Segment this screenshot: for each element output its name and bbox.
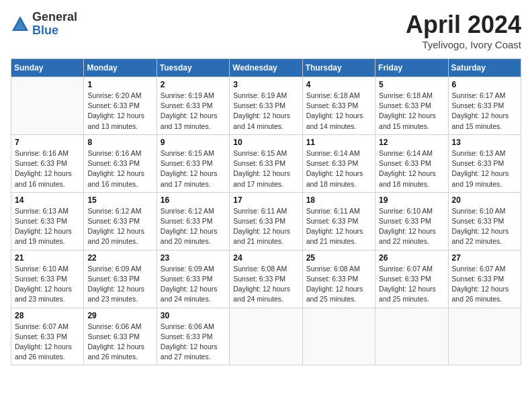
day-detail: Sunrise: 6:18 AMSunset: 6:33 PMDaylight:… (306, 91, 371, 132)
day-number: 28 (15, 311, 80, 320)
month-title: April 2024 (406, 11, 521, 39)
calendar-cell: 29Sunrise: 6:06 AMSunset: 6:33 PMDayligh… (84, 308, 157, 365)
header-thursday: Thursday (302, 59, 375, 77)
header-sunday: Sunday (11, 59, 84, 77)
header-friday: Friday (375, 59, 448, 77)
day-number: 15 (87, 195, 152, 205)
calendar-cell: 22Sunrise: 6:09 AMSunset: 6:33 PMDayligh… (84, 250, 157, 308)
calendar-header: SundayMondayTuesdayWednesdayThursdayFrid… (11, 59, 521, 77)
calendar-cell: 24Sunrise: 6:08 AMSunset: 6:33 PMDayligh… (230, 250, 302, 308)
calendar-cell (302, 308, 375, 365)
calendar-cell: 6Sunrise: 6:17 AMSunset: 6:33 PMDaylight… (448, 77, 521, 135)
day-number: 16 (161, 195, 226, 205)
day-detail: Sunrise: 6:19 AMSunset: 6:33 PMDaylight:… (233, 91, 298, 132)
day-detail: Sunrise: 6:12 AMSunset: 6:33 PMDaylight:… (161, 206, 226, 247)
day-detail: Sunrise: 6:06 AMSunset: 6:33 PMDaylight:… (161, 322, 226, 363)
location-text: Tyelivogo, Ivory Coast (406, 39, 521, 50)
calendar-cell: 3Sunrise: 6:19 AMSunset: 6:33 PMDaylight… (230, 77, 302, 135)
calendar-body: 1Sunrise: 6:20 AMSunset: 6:33 PMDaylight… (11, 77, 521, 365)
calendar-cell (230, 308, 302, 365)
day-number: 13 (452, 138, 517, 147)
day-detail: Sunrise: 6:08 AMSunset: 6:33 PMDaylight:… (233, 264, 298, 305)
day-detail: Sunrise: 6:09 AMSunset: 6:33 PMDaylight:… (87, 264, 152, 305)
calendar-cell: 9Sunrise: 6:15 AMSunset: 6:33 PMDaylight… (157, 134, 229, 192)
day-detail: Sunrise: 6:18 AMSunset: 6:33 PMDaylight:… (379, 91, 444, 132)
calendar-cell: 8Sunrise: 6:16 AMSunset: 6:33 PMDaylight… (84, 134, 157, 192)
day-detail: Sunrise: 6:14 AMSunset: 6:33 PMDaylight:… (306, 148, 371, 189)
day-detail: Sunrise: 6:14 AMSunset: 6:33 PMDaylight:… (379, 148, 444, 189)
calendar-cell: 5Sunrise: 6:18 AMSunset: 6:33 PMDaylight… (375, 77, 448, 135)
day-detail: Sunrise: 6:10 AMSunset: 6:33 PMDaylight:… (379, 206, 444, 247)
day-number: 1 (87, 80, 152, 89)
logo-icon (11, 15, 30, 34)
day-detail: Sunrise: 6:17 AMSunset: 6:33 PMDaylight:… (452, 91, 517, 132)
day-number: 2 (161, 80, 226, 89)
calendar-cell: 14Sunrise: 6:13 AMSunset: 6:33 PMDayligh… (11, 192, 84, 250)
header-saturday: Saturday (448, 59, 521, 77)
day-number: 6 (452, 80, 517, 89)
day-number: 21 (15, 253, 80, 263)
day-number: 14 (15, 195, 80, 205)
day-number: 25 (306, 253, 371, 263)
calendar-cell: 28Sunrise: 6:07 AMSunset: 6:33 PMDayligh… (11, 308, 84, 365)
title-block: April 2024 Tyelivogo, Ivory Coast (406, 11, 521, 50)
day-detail: Sunrise: 6:09 AMSunset: 6:33 PMDaylight:… (161, 264, 226, 305)
day-detail: Sunrise: 6:13 AMSunset: 6:33 PMDaylight:… (452, 148, 517, 189)
day-number: 4 (306, 80, 371, 89)
day-number: 8 (87, 138, 152, 147)
week-row-4: 28Sunrise: 6:07 AMSunset: 6:33 PMDayligh… (11, 308, 521, 365)
day-number: 18 (306, 195, 371, 205)
day-detail: Sunrise: 6:07 AMSunset: 6:33 PMDaylight:… (15, 322, 80, 363)
calendar-cell: 13Sunrise: 6:13 AMSunset: 6:33 PMDayligh… (448, 134, 521, 192)
day-number: 23 (161, 253, 226, 263)
day-number: 19 (379, 195, 444, 205)
calendar-cell: 25Sunrise: 6:08 AMSunset: 6:33 PMDayligh… (302, 250, 375, 308)
day-detail: Sunrise: 6:13 AMSunset: 6:33 PMDaylight:… (15, 206, 80, 247)
calendar-cell: 17Sunrise: 6:11 AMSunset: 6:33 PMDayligh… (230, 192, 302, 250)
calendar-cell: 7Sunrise: 6:16 AMSunset: 6:33 PMDaylight… (11, 134, 84, 192)
calendar-cell: 27Sunrise: 6:07 AMSunset: 6:33 PMDayligh… (448, 250, 521, 308)
logo-general-text: General (32, 11, 77, 24)
day-detail: Sunrise: 6:11 AMSunset: 6:33 PMDaylight:… (233, 206, 298, 247)
day-detail: Sunrise: 6:11 AMSunset: 6:33 PMDaylight:… (306, 206, 371, 247)
day-number: 30 (161, 311, 226, 320)
day-detail: Sunrise: 6:07 AMSunset: 6:33 PMDaylight:… (379, 264, 444, 305)
day-number: 12 (379, 138, 444, 147)
day-detail: Sunrise: 6:19 AMSunset: 6:33 PMDaylight:… (161, 91, 226, 132)
calendar-cell: 26Sunrise: 6:07 AMSunset: 6:33 PMDayligh… (375, 250, 448, 308)
day-number: 17 (233, 195, 298, 205)
calendar-cell: 10Sunrise: 6:15 AMSunset: 6:33 PMDayligh… (230, 134, 302, 192)
day-detail: Sunrise: 6:07 AMSunset: 6:33 PMDaylight:… (452, 264, 517, 305)
calendar-cell: 1Sunrise: 6:20 AMSunset: 6:33 PMDaylight… (84, 77, 157, 135)
logo-blue-text: Blue (32, 24, 77, 38)
day-number: 29 (87, 311, 152, 320)
day-detail: Sunrise: 6:08 AMSunset: 6:33 PMDaylight:… (306, 264, 371, 305)
calendar-cell: 18Sunrise: 6:11 AMSunset: 6:33 PMDayligh… (302, 192, 375, 250)
calendar-cell: 21Sunrise: 6:10 AMSunset: 6:33 PMDayligh… (11, 250, 84, 308)
day-number: 10 (233, 138, 298, 147)
week-row-0: 1Sunrise: 6:20 AMSunset: 6:33 PMDaylight… (11, 77, 521, 135)
day-detail: Sunrise: 6:15 AMSunset: 6:33 PMDaylight:… (161, 148, 226, 189)
header-monday: Monday (84, 59, 157, 77)
calendar-cell: 20Sunrise: 6:10 AMSunset: 6:33 PMDayligh… (448, 192, 521, 250)
week-row-1: 7Sunrise: 6:16 AMSunset: 6:33 PMDaylight… (11, 134, 521, 192)
calendar-cell: 15Sunrise: 6:12 AMSunset: 6:33 PMDayligh… (84, 192, 157, 250)
day-number: 11 (306, 138, 371, 147)
logo: General Blue (11, 11, 77, 38)
week-row-2: 14Sunrise: 6:13 AMSunset: 6:33 PMDayligh… (11, 192, 521, 250)
day-detail: Sunrise: 6:10 AMSunset: 6:33 PMDaylight:… (15, 264, 80, 305)
calendar-cell: 4Sunrise: 6:18 AMSunset: 6:33 PMDaylight… (302, 77, 375, 135)
page-header: General Blue April 2024 Tyelivogo, Ivory… (11, 11, 521, 50)
calendar-cell (375, 308, 448, 365)
day-number: 24 (233, 253, 298, 263)
day-detail: Sunrise: 6:16 AMSunset: 6:33 PMDaylight:… (15, 148, 80, 189)
day-detail: Sunrise: 6:15 AMSunset: 6:33 PMDaylight:… (233, 148, 298, 189)
day-number: 3 (233, 80, 298, 89)
week-row-3: 21Sunrise: 6:10 AMSunset: 6:33 PMDayligh… (11, 250, 521, 308)
day-number: 26 (379, 253, 444, 263)
day-number: 5 (379, 80, 444, 89)
calendar-cell (448, 308, 521, 365)
day-detail: Sunrise: 6:20 AMSunset: 6:33 PMDaylight:… (87, 91, 152, 132)
day-detail: Sunrise: 6:06 AMSunset: 6:33 PMDaylight:… (87, 322, 152, 363)
day-detail: Sunrise: 6:16 AMSunset: 6:33 PMDaylight:… (87, 148, 152, 189)
